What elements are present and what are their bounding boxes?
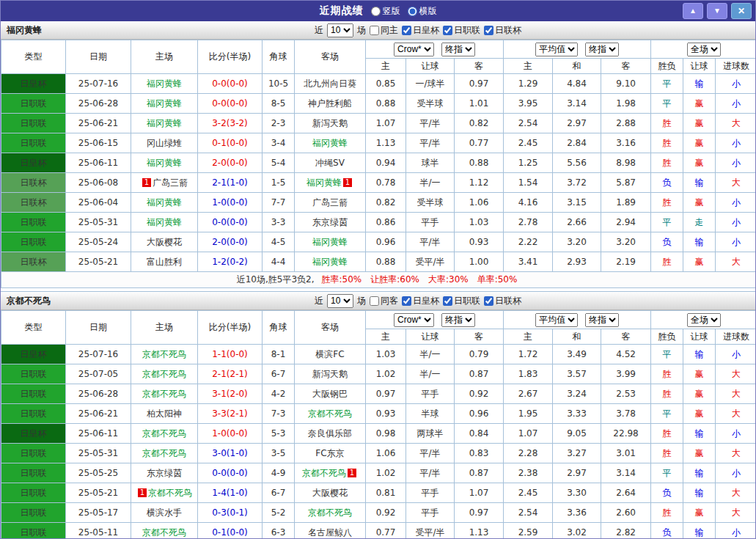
asian-handicap-line: 一/球半: [406, 74, 455, 94]
col-asian-line: 让球: [406, 329, 455, 345]
vertical-radio[interactable]: [371, 7, 381, 16]
match-score: 3-3(2-1): [198, 404, 263, 424]
asian-handicap-line: 半球: [406, 404, 455, 424]
col-euro-draw: 和: [553, 59, 601, 74]
fulltime-select[interactable]: 全场: [687, 313, 721, 327]
away-team-cell: 新泻天鹅: [295, 364, 366, 384]
match-type-badge: 日职联: [1, 503, 66, 523]
same-venue-label: 同客: [381, 295, 398, 307]
match-type-badge: 日职联: [1, 444, 66, 463]
match-date: 25-07-05: [66, 364, 131, 384]
league-cup-input[interactable]: [484, 296, 493, 306]
competition-checkbox-league-cup[interactable]: 日联杯: [484, 24, 521, 37]
home-team-cell: 柏太阳神: [131, 404, 198, 424]
result-wdl: 胜: [651, 153, 683, 173]
match-score: 0-3(0-1): [198, 503, 263, 523]
euro-away-odds: 1.89: [601, 193, 651, 213]
fulltime-select[interactable]: 全场: [687, 43, 721, 56]
match-date: 25-06-08: [66, 173, 131, 193]
euro-away-odds: 2.19: [601, 252, 651, 272]
match-date: 25-05-17: [66, 503, 131, 523]
result-handicap: 输: [683, 345, 716, 364]
result-wdl: 胜: [651, 424, 683, 444]
emperors-cup-input[interactable]: [402, 26, 411, 35]
same-venue-checkbox[interactable]: 同客: [370, 295, 398, 307]
euro-bookmaker-select[interactable]: 平均值: [535, 313, 578, 327]
layout-vertical-option[interactable]: 竖版: [371, 5, 400, 18]
same-venue-input[interactable]: [370, 296, 379, 306]
result-goals: 大: [716, 252, 756, 272]
asian-bookmaker-select[interactable]: Crow*: [394, 313, 434, 327]
asian-home-odds: 0.86: [366, 213, 406, 232]
asian-bookmaker-select[interactable]: Crow*: [394, 43, 434, 56]
same-venue-checkbox[interactable]: 同主: [370, 24, 398, 37]
home-team-cell: 福冈黄蜂: [131, 153, 198, 173]
close-button[interactable]: ✕: [731, 3, 752, 19]
corners-cell: 6-7: [263, 483, 295, 503]
same-venue-input[interactable]: [370, 26, 379, 35]
competition-checkbox-emperors-cup[interactable]: 日皇杯: [402, 24, 439, 37]
match-type-badge: 日职联: [1, 483, 66, 503]
emperors-cup-input[interactable]: [402, 296, 411, 306]
away-team-cell: 神户胜利船: [295, 94, 366, 114]
competition-checkbox-j1[interactable]: 日职联: [443, 24, 480, 37]
home-team-cell: 京都不死鸟: [131, 345, 198, 364]
asian-home-odds: 0.98: [366, 424, 406, 444]
team-name: 冈山绿雉: [147, 138, 182, 148]
result-wdl: 负: [651, 232, 683, 252]
team-name: 大阪樱花: [312, 488, 348, 498]
asian-away-odds: 1.07: [455, 483, 504, 503]
j1-input[interactable]: [443, 26, 452, 35]
recent-count-select[interactable]: 10: [327, 294, 353, 308]
competition-checkbox-emperors-cup[interactable]: 日皇杯: [402, 295, 439, 307]
asian-home-odds: 1.03: [366, 345, 406, 364]
away-team-cell: 新泻天鹅: [295, 114, 366, 133]
euro-odds-time-select[interactable]: 终指: [585, 43, 619, 56]
away-team-cell: FC东京: [295, 444, 366, 463]
home-team-cell: 京都不死鸟: [131, 444, 198, 463]
team-name: 奈良俱乐部: [308, 428, 352, 439]
j1-input[interactable]: [443, 296, 452, 306]
asian-home-odds: 1.02: [366, 364, 406, 384]
match-date: 25-07-16: [66, 74, 131, 94]
asian-handicap-line: 平手: [406, 213, 455, 232]
euro-draw-odds: 3.57: [553, 364, 601, 384]
euro-home-odds: 2.45: [504, 483, 553, 503]
euro-bookmaker-select[interactable]: 平均值: [535, 43, 578, 56]
result-wdl: 胜: [651, 384, 683, 404]
euro-odds-time-select[interactable]: 终指: [585, 313, 619, 327]
home-team-cell: 横滨水手: [131, 503, 198, 523]
asian-away-odds: 1.13: [455, 523, 504, 539]
result-wdl: 胜: [651, 114, 683, 133]
recent-count-select[interactable]: 10: [327, 23, 353, 37]
asian-home-odds: 0.88: [366, 94, 406, 114]
match-score: 3-1(2-0): [198, 384, 263, 404]
asian-away-odds: 0.87: [455, 463, 504, 483]
euro-draw-odds: 3.14: [553, 94, 601, 114]
move-down-button[interactable]: ▼: [707, 3, 727, 19]
euro-home-odds: 2.54: [504, 503, 553, 523]
competition-checkbox-j1[interactable]: 日职联: [443, 295, 480, 307]
asian-odds-time-select[interactable]: 终指: [441, 313, 475, 327]
league-cup-input[interactable]: [484, 26, 493, 35]
euro-away-odds: 2.60: [601, 503, 651, 523]
col-corners: 角球: [263, 311, 295, 345]
euro-away-odds: 3.78: [601, 404, 651, 424]
match-score: 2-1(2-1): [198, 364, 263, 384]
col-euro-home: 主: [504, 329, 553, 345]
match-row: 日职联25-06-15冈山绿雉0-1(0-0)3-4福冈黄蜂1.13平/半0.7…: [1, 133, 756, 153]
match-date: 25-07-16: [66, 345, 131, 364]
asian-home-odds: 1.06: [366, 444, 406, 463]
match-date: 25-06-15: [66, 133, 131, 153]
competition-checkbox-league-cup[interactable]: 日联杯: [484, 295, 521, 307]
move-up-button[interactable]: ▲: [683, 3, 703, 19]
team-bar: 福冈黄蜂 近 10 场 同主 日皇杯 日职联: [1, 21, 755, 40]
corners-cell: 8-5: [263, 94, 295, 114]
result-handicap: 输: [683, 173, 716, 193]
euro-away-odds: 5.87: [601, 173, 651, 193]
layout-horizontal-option[interactable]: 横版: [408, 5, 437, 18]
asian-away-odds: 1.01: [455, 94, 504, 114]
horizontal-radio[interactable]: [408, 7, 417, 16]
match-type-badge: 日联杯: [1, 193, 66, 213]
asian-odds-time-select[interactable]: 终指: [441, 43, 475, 56]
